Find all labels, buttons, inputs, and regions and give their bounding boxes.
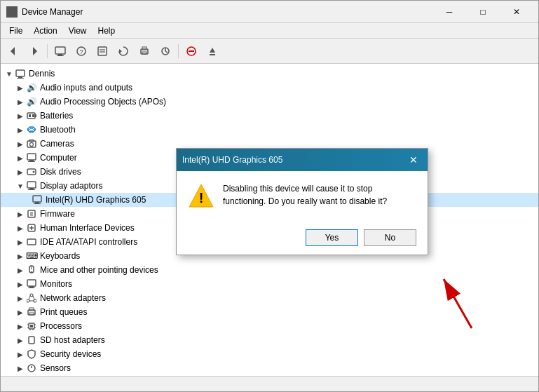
svg-rect-42 [33,196,41,202]
svg-line-63 [33,296,34,299]
svg-marker-13 [119,49,122,53]
arrow: ▶ [15,295,26,302]
svg-rect-36 [28,161,35,162]
tree-item-security[interactable]: ▶ Security devices [1,347,538,361]
maximize-button[interactable]: □ [467,1,499,23]
label: IDE ATA/ATAPI controllers [40,237,137,247]
svg-rect-6 [58,54,62,55]
arrow: ▶ [15,238,26,246]
svg-rect-52 [27,239,36,245]
dialog-close-button[interactable]: ✕ [405,151,422,168]
svg-rect-69 [30,325,33,327]
icon [32,194,43,205]
toolbar-scan[interactable] [156,41,175,61]
toolbar-disable[interactable] [182,41,201,61]
svg-rect-2 [8,15,15,16]
arrow: ▶ [15,281,26,288]
menu-action[interactable]: Action [28,23,62,39]
icon [26,110,37,121]
icon [26,222,37,234]
tree-item-processors[interactable]: ▶ Processors [1,319,538,333]
arrow: ▶ [15,126,26,134]
arrow: ▶ [15,168,26,176]
main-window: Device Manager ─ □ ✕ File Action View He… [0,0,539,392]
icon: 🔊 [26,82,37,93]
toolbar-update[interactable] [114,41,133,61]
label: Network adapters [40,293,106,303]
arrow: ▶ [15,309,26,316]
toolbar-sep-2 [178,44,179,58]
svg-rect-29 [29,114,31,117]
tree-item-batteries[interactable]: ▶ Batteries [1,109,538,123]
tree-item-mice[interactable]: ▶ Mice and other pointing devices [1,263,538,277]
svg-rect-41 [28,189,35,190]
label: Audio inputs and outputs [40,83,132,93]
toolbar-forward[interactable] [25,41,44,61]
svg-text:!: ! [199,190,204,205]
tree-item-print[interactable]: ▶ Print queues [1,305,538,319]
svg-rect-43 [35,202,39,203]
label: Firmware [40,209,75,219]
toolbar-back[interactable] [4,41,23,61]
warning-icon: ! [188,182,214,212]
svg-marker-4 [33,47,37,55]
icon [26,363,37,374]
arrow: ▶ [15,154,26,162]
label: Print queues [40,307,87,317]
icon [26,138,37,149]
disable-dialog: Intel(R) UHD Graphics 605 ✕ ! Disabling … [176,148,428,255]
svg-rect-1 [9,14,15,15]
menu-file[interactable]: File [4,23,28,39]
tree-item-monitors[interactable]: ▶ Monitors [1,277,538,291]
icon [26,334,37,346]
dialog-no-button[interactable]: No [364,229,416,246]
svg-point-32 [30,143,34,147]
menu-help[interactable]: Help [93,23,121,39]
toolbar-install[interactable] [203,41,222,61]
tree-item-bluetooth[interactable]: ▶ ⭖ Bluetooth [1,123,538,137]
svg-line-19 [165,51,168,53]
toolbar-print[interactable] [135,41,154,61]
svg-rect-58 [28,288,35,288]
svg-rect-10 [98,47,107,55]
dialog-title-bar: Intel(R) UHD Graphics 605 ✕ [177,149,428,171]
window-icon [6,6,18,18]
toolbar-computer[interactable] [50,41,70,61]
svg-rect-28 [35,114,36,117]
svg-rect-0 [8,8,16,14]
svg-rect-7 [57,55,64,56]
svg-rect-25 [18,76,22,78]
status-bar [1,376,538,391]
dialog-yes-button[interactable]: Yes [306,229,358,246]
minimize-button[interactable]: ─ [433,1,465,23]
label: Disk drives [40,167,81,177]
tree-item-audio-processing[interactable]: ▶ 🔊 Audio Processing Objects (APOs) [1,95,538,109]
icon [26,152,37,163]
label: Intel(R) UHD Graphics 605 [46,195,146,205]
tree-item-network[interactable]: ▶ Network adapters [1,291,538,305]
arrow: ▶ [15,112,26,120]
svg-rect-30 [32,114,34,117]
tree-item-software-components[interactable]: ▶ Software components [1,375,538,376]
close-button[interactable]: ✕ [500,1,533,23]
tree-item-audio-inputs[interactable]: ▶ 🔊 Audio inputs and outputs [1,81,538,95]
label: Security devices [40,349,101,359]
menu-view[interactable]: View [63,23,93,39]
arrow: ▶ [15,140,26,148]
svg-rect-76 [29,337,34,344]
arrow: ▶ [15,351,26,358]
arrow: ▶ [15,337,26,344]
toolbar-sep-1 [47,44,48,58]
toolbar-help[interactable]: ? [71,41,91,61]
tree-item-sensors[interactable]: ▶ Sensors [1,361,538,375]
svg-point-60 [27,299,29,302]
label: Processors [40,321,82,331]
window-title: Device Manager [22,7,433,17]
tree-item-sd[interactable]: ▶ SD host adapters [1,333,538,347]
icon: 🔊 [26,96,37,107]
tree-root[interactable]: ▼ Dennis [1,67,538,81]
icon [26,278,37,290]
icon [26,236,37,248]
security-icon [26,349,37,360]
toolbar-properties[interactable] [93,41,112,61]
